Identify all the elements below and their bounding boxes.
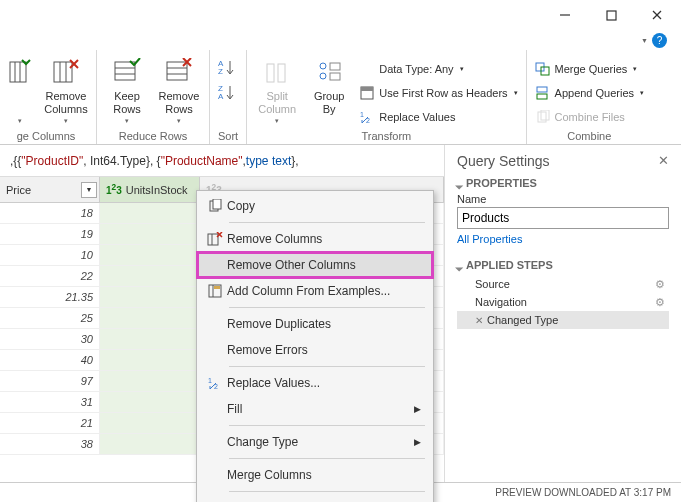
svg-rect-31 xyxy=(330,73,340,80)
cell-selected[interactable] xyxy=(100,329,200,349)
close-button[interactable] xyxy=(647,5,667,25)
combine-files-button: Combine Files xyxy=(535,106,645,128)
delete-step-icon[interactable]: ✕ xyxy=(475,315,483,326)
cell[interactable]: 38 xyxy=(0,434,100,454)
svg-rect-4 xyxy=(10,62,26,82)
section-properties[interactable]: PROPERTIES xyxy=(457,177,669,189)
help-icon[interactable]: ? xyxy=(652,33,667,48)
ctx-fill[interactable]: Fill▶ xyxy=(197,396,433,422)
submenu-arrow-icon: ▶ xyxy=(414,404,421,414)
cell-selected[interactable] xyxy=(100,350,200,370)
remove-rows-button[interactable]: Remove Rows▾ xyxy=(157,54,201,125)
column-dropdown-icon[interactable]: ▼ xyxy=(81,182,97,198)
cell-selected[interactable] xyxy=(100,266,200,286)
data-type-dropdown[interactable]: Data Type: Any▾ xyxy=(359,58,517,80)
cell[interactable]: 18 xyxy=(0,203,100,223)
merge-queries-button[interactable]: Merge Queries▾ xyxy=(535,58,645,80)
append-queries-button[interactable]: Append Queries▾ xyxy=(535,82,645,104)
ctx-group-by[interactable]: Group By... xyxy=(197,495,433,502)
svg-rect-33 xyxy=(361,87,373,91)
panel-close-button[interactable]: ✕ xyxy=(658,153,669,168)
gear-icon[interactable]: ⚙ xyxy=(655,296,665,309)
ctx-remove-duplicates[interactable]: Remove Duplicates xyxy=(197,311,433,337)
cell[interactable]: 22 xyxy=(0,266,100,286)
query-name-input[interactable] xyxy=(457,207,669,229)
group-label: Combine xyxy=(535,130,645,142)
choose-columns-button[interactable]: es▾ xyxy=(4,54,36,125)
cell[interactable]: 30 xyxy=(0,329,100,349)
column-header[interactable]: Price▼ xyxy=(0,177,100,202)
cell[interactable]: 31 xyxy=(0,392,100,412)
maximize-button[interactable] xyxy=(601,5,621,25)
replace-values-button[interactable]: 12Replace Values xyxy=(359,106,517,128)
cell-selected[interactable] xyxy=(100,224,200,244)
cell[interactable]: 97 xyxy=(0,371,100,391)
help-dropdown[interactable]: ▼ xyxy=(641,37,648,44)
svg-rect-12 xyxy=(115,62,135,80)
svg-rect-7 xyxy=(54,62,72,82)
cell-selected[interactable] xyxy=(100,413,200,433)
svg-rect-39 xyxy=(537,94,547,99)
svg-text:A: A xyxy=(218,92,224,101)
cell[interactable]: 19 xyxy=(0,224,100,244)
add-column-icon xyxy=(203,284,227,298)
cell[interactable]: 21 xyxy=(0,413,100,433)
ctx-remove-columns[interactable]: Remove Columns xyxy=(197,226,433,252)
applied-step-selected[interactable]: ✕Changed Type xyxy=(457,311,669,329)
applied-step[interactable]: Source⚙ xyxy=(457,275,669,293)
group-label: Transform xyxy=(255,130,517,142)
name-label: Name xyxy=(457,193,669,205)
group-label: Reduce Rows xyxy=(105,130,201,142)
replace-icon: 12 xyxy=(203,376,227,390)
svg-point-29 xyxy=(320,73,326,79)
sort-desc-button[interactable]: ZA xyxy=(218,83,236,104)
cell[interactable]: 40 xyxy=(0,350,100,370)
panel-title: Query Settings xyxy=(457,153,669,169)
svg-point-28 xyxy=(320,63,326,69)
group-label: ge Columns xyxy=(4,130,88,142)
svg-rect-38 xyxy=(537,87,547,92)
section-steps[interactable]: APPLIED STEPS xyxy=(457,259,669,271)
svg-text:1: 1 xyxy=(360,111,364,118)
all-properties-link[interactable]: All Properties xyxy=(457,233,669,245)
gear-icon[interactable]: ⚙ xyxy=(655,278,665,291)
cell[interactable]: 21.35 xyxy=(0,287,100,307)
query-settings-panel: Query Settings ✕ PROPERTIES Name All Pro… xyxy=(445,145,681,482)
first-row-headers-button[interactable]: Use First Row as Headers▾ xyxy=(359,82,517,104)
svg-text:1: 1 xyxy=(208,377,212,384)
ctx-add-column-examples[interactable]: Add Column From Examples... xyxy=(197,278,433,304)
cell-selected[interactable] xyxy=(100,203,200,223)
minimize-button[interactable] xyxy=(555,5,575,25)
ctx-remove-errors[interactable]: Remove Errors xyxy=(197,337,433,363)
window-titlebar xyxy=(0,0,681,30)
cell-selected[interactable] xyxy=(100,371,200,391)
svg-text:Z: Z xyxy=(218,67,223,76)
formula-bar[interactable]: ,{{"ProductID", Int64.Type}, {"ProductNa… xyxy=(0,145,444,177)
ctx-change-type[interactable]: Change Type▶ xyxy=(197,429,433,455)
split-column-button[interactable]: Split Column▾ xyxy=(255,54,299,125)
cell[interactable]: 10 xyxy=(0,245,100,265)
keep-rows-button[interactable]: Keep Rows▾ xyxy=(105,54,149,125)
copy-icon xyxy=(203,199,227,213)
cell-selected[interactable] xyxy=(100,434,200,454)
ctx-copy[interactable]: Copy xyxy=(197,193,433,219)
ctx-remove-other-columns[interactable]: Remove Other Columns xyxy=(197,252,433,278)
cell-selected[interactable] xyxy=(100,308,200,328)
context-menu: Copy Remove Columns Remove Other Columns… xyxy=(196,190,434,502)
ribbon: es▾ Remove Columns▾ ge Columns Keep Rows… xyxy=(0,50,681,145)
group-by-button[interactable]: Group By xyxy=(307,54,351,116)
type-icon: 123 xyxy=(106,182,122,196)
cell[interactable]: 25 xyxy=(0,308,100,328)
group-label: Sort xyxy=(218,130,238,142)
remove-columns-icon xyxy=(203,232,227,246)
ctx-replace-values[interactable]: 12Replace Values... xyxy=(197,370,433,396)
cell-selected[interactable] xyxy=(100,287,200,307)
sort-asc-button[interactable]: AZ xyxy=(218,58,236,79)
applied-step[interactable]: Navigation⚙ xyxy=(457,293,669,311)
ctx-merge-columns[interactable]: Merge Columns xyxy=(197,462,433,488)
cell-selected[interactable] xyxy=(100,392,200,412)
svg-rect-43 xyxy=(213,199,221,209)
column-header-selected[interactable]: 123UnitsInStock xyxy=(100,177,200,202)
remove-columns-button[interactable]: Remove Columns▾ xyxy=(44,54,88,125)
cell-selected[interactable] xyxy=(100,245,200,265)
